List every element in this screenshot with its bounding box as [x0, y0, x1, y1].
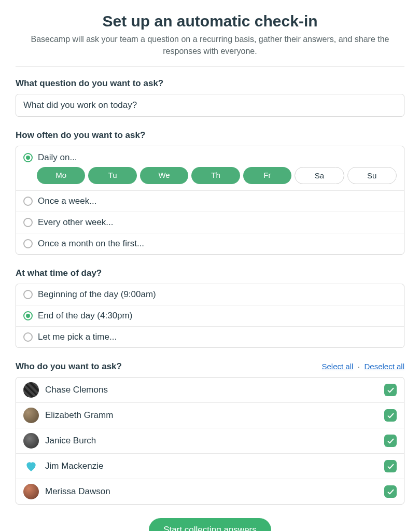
person-name: Janice Burch — [45, 436, 378, 446]
people-panel: Chase ClemonsElizabeth GrammJanice Burch… — [16, 377, 404, 505]
radio-icon — [23, 218, 33, 227]
frequency-option-weekly[interactable]: Once a week... — [16, 190, 404, 212]
person-name: Merissa Dawson — [45, 486, 378, 497]
day-selector: MoTuWeThFrSaSu — [23, 167, 397, 184]
page-subtitle: Basecamp will ask your team a question o… — [29, 33, 391, 57]
radio-icon — [23, 153, 33, 162]
deselect-all-link[interactable]: Deselect all — [364, 362, 404, 371]
who-label: Who do you want to ask? — [16, 361, 122, 372]
who-bulk-actions: Select all · Deselect all — [322, 362, 405, 371]
time-option-label: Beginning of the day (9:00am) — [38, 289, 156, 300]
check-icon[interactable] — [384, 435, 397, 447]
day-pill-mo[interactable]: Mo — [37, 167, 85, 184]
day-pill-we[interactable]: We — [140, 167, 188, 184]
day-pill-fr[interactable]: Fr — [243, 167, 291, 184]
check-icon[interactable] — [384, 409, 397, 422]
avatar — [23, 484, 39, 499]
day-pill-su[interactable]: Su — [347, 167, 397, 184]
person-row[interactable]: Janice Burch — [16, 428, 404, 453]
frequency-label: How often do you want to ask? — [16, 130, 404, 141]
frequency-option-label: Every other week... — [38, 217, 114, 228]
link-separator: · — [358, 362, 360, 371]
avatar — [23, 408, 39, 423]
time-option-label: End of the day (4:30pm) — [38, 311, 132, 321]
time-option-label: Let me pick a time... — [38, 332, 117, 342]
day-pill-sa[interactable]: Sa — [295, 167, 344, 184]
page-title: Set up an automatic check-in — [16, 12, 404, 30]
day-pill-th[interactable]: Th — [191, 167, 240, 184]
radio-icon — [23, 197, 33, 206]
radio-icon — [23, 239, 33, 248]
check-icon[interactable] — [384, 460, 397, 472]
frequency-option-biweekly[interactable]: Every other week... — [16, 212, 404, 233]
time-option-beginning[interactable]: Beginning of the day (9:00am) — [16, 284, 404, 305]
person-row[interactable]: Merissa Dawson — [16, 479, 404, 504]
check-icon[interactable] — [384, 384, 397, 396]
heart-icon — [23, 458, 39, 474]
avatar — [23, 382, 39, 398]
person-name: Chase Clemons — [45, 385, 378, 395]
frequency-panel: Daily on... MoTuWeThFrSaSu Once a week..… — [16, 146, 404, 255]
frequency-option-label: Once a month on the first... — [38, 239, 144, 249]
frequency-option-monthly[interactable]: Once a month on the first... — [16, 233, 404, 254]
time-option-end[interactable]: End of the day (4:30pm) — [16, 305, 404, 326]
frequency-option-label: Daily on... — [38, 152, 77, 163]
select-all-link[interactable]: Select all — [322, 362, 354, 371]
question-input[interactable] — [16, 94, 404, 117]
radio-icon — [23, 311, 33, 320]
time-option-pick[interactable]: Let me pick a time... — [16, 326, 404, 347]
header-divider — [16, 66, 404, 67]
check-icon[interactable] — [384, 485, 397, 498]
person-name: Elizabeth Gramm — [45, 410, 378, 421]
person-name: Jim Mackenzie — [45, 461, 378, 471]
frequency-option-daily[interactable]: Daily on... MoTuWeThFrSaSu — [16, 146, 404, 190]
start-collecting-button[interactable]: Start collecting answers — [149, 518, 271, 531]
radio-icon — [23, 290, 33, 299]
person-row[interactable]: Elizabeth Gramm — [16, 402, 404, 428]
radio-icon — [23, 332, 33, 342]
avatar — [23, 433, 39, 449]
frequency-option-label: Once a week... — [38, 196, 96, 206]
time-panel: Beginning of the day (9:00am) End of the… — [16, 284, 404, 348]
time-label: At what time of day? — [16, 268, 404, 278]
day-pill-tu[interactable]: Tu — [88, 167, 136, 184]
person-row[interactable]: Jim Mackenzie — [16, 453, 404, 479]
question-label: What question do you want to ask? — [16, 78, 404, 89]
person-row[interactable]: Chase Clemons — [16, 378, 404, 402]
